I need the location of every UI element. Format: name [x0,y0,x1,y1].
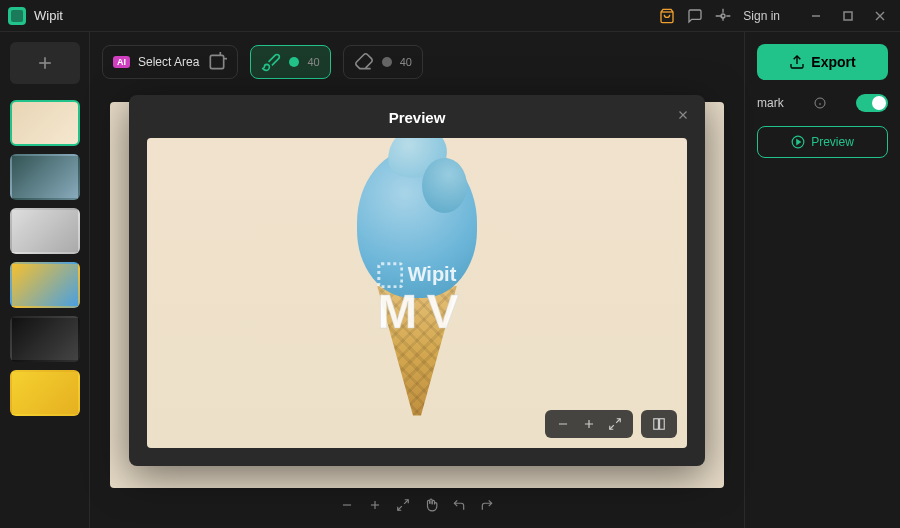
watermark-toggle-row: mark [757,94,888,112]
brush-slider-dot[interactable] [289,57,299,67]
signin-link[interactable]: Sign in [743,9,780,23]
minimize-button[interactable] [804,4,828,28]
ai-badge: AI [113,56,130,68]
app-logo-icon [8,7,26,25]
select-area-tool[interactable]: AI Select Area [102,45,238,79]
pan-hand-button[interactable] [422,496,440,514]
svg-rect-22 [654,418,659,429]
preview-compare-button[interactable] [651,416,667,432]
thumbnail-2[interactable] [10,154,80,200]
svg-marker-29 [797,140,801,145]
eraser-size-value: 40 [400,56,412,68]
export-button[interactable]: Export [757,44,888,80]
svg-rect-7 [211,55,224,68]
right-panel: Export mark Preview [744,32,900,528]
feedback-icon[interactable] [687,8,703,24]
export-label: Export [811,54,855,70]
watermark-sub-text: M V [377,284,456,339]
svg-line-21 [610,425,614,429]
eraser-slider-dot[interactable] [382,57,392,67]
thumbnail-6[interactable] [10,370,80,416]
modal-close-button[interactable] [673,105,693,125]
redo-button[interactable] [478,496,496,514]
close-button[interactable] [868,4,892,28]
preview-image[interactable]: Wipit M V [147,138,687,448]
brush-tool[interactable]: 40 [250,45,330,79]
undo-button[interactable] [450,496,468,514]
svg-line-14 [398,506,402,510]
thumbnail-4[interactable] [10,262,80,308]
eraser-tool[interactable]: 40 [343,45,423,79]
thumbnail-5[interactable] [10,316,80,362]
zoom-in-button[interactable] [366,496,384,514]
eraser-icon [354,52,374,72]
preview-zoom-in-button[interactable] [581,416,597,432]
preview-zoom-out-button[interactable] [555,416,571,432]
canvas-bottom-tools [326,490,508,520]
svg-rect-2 [844,12,852,20]
crop-icon [207,52,227,72]
watermark-overlay: Wipit M V [377,262,456,339]
preview-button[interactable]: Preview [757,126,888,158]
modal-title: Preview [147,109,687,126]
titlebar: Wipit Sign in [0,0,900,32]
toolbar: AI Select Area 40 40 [90,32,744,92]
export-icon [789,54,805,70]
brush-icon [261,52,281,72]
brush-size-value: 40 [307,56,319,68]
preview-zoom-controls [545,410,633,438]
preview-compare-control [641,410,677,438]
preview-fit-button[interactable] [607,416,623,432]
zoom-out-button[interactable] [338,496,356,514]
app-title: Wipit [34,8,63,23]
thumbnail-3[interactable] [10,208,80,254]
thumbnail-1[interactable] [10,100,80,146]
add-image-button[interactable] [10,42,80,84]
maximize-button[interactable] [836,4,860,28]
thumbnail-sidebar [0,32,90,528]
svg-line-13 [404,500,408,504]
preview-modal-overlay: Preview Wipit M V [90,32,744,528]
info-icon[interactable] [814,97,826,109]
select-area-label: Select Area [138,55,199,69]
preview-modal: Preview Wipit M V [129,95,705,466]
cart-icon[interactable] [659,8,675,24]
preview-icon [791,135,805,149]
watermark-toggle[interactable] [856,94,888,112]
settings-icon[interactable] [715,8,731,24]
fit-screen-button[interactable] [394,496,412,514]
svg-rect-23 [660,418,665,429]
preview-label: Preview [811,135,854,149]
watermark-label: mark [757,96,784,110]
svg-line-20 [616,418,620,422]
